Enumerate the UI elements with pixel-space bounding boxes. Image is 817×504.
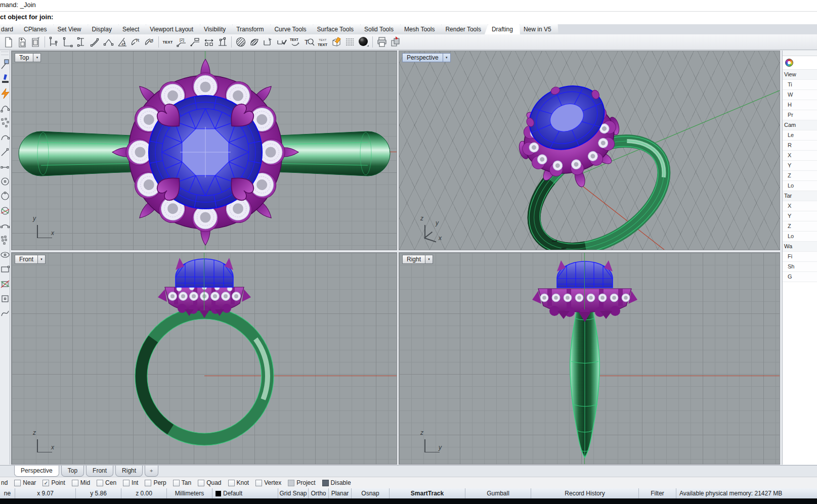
- render-button[interactable]: [357, 35, 370, 49]
- tab-visibility[interactable]: Visibility: [197, 24, 233, 34]
- tab-cplanes[interactable]: CPlanes: [17, 24, 54, 34]
- left-tool-circle-tangent-button[interactable]: [0, 203, 10, 218]
- checkbox[interactable]: [173, 480, 180, 486]
- osnap-cen[interactable]: Cen: [97, 479, 116, 486]
- tab-solid-tools[interactable]: Solid Tools: [357, 24, 401, 34]
- tab-select[interactable]: Select: [115, 24, 146, 34]
- left-tool-control-points-button[interactable]: [0, 115, 10, 130]
- command-area[interactable]: mand: _Join ct object for join:: [0, 0, 817, 24]
- left-tool-arc-button[interactable]: [0, 130, 10, 145]
- viewport-menu-arrow-icon[interactable]: ▼: [425, 255, 433, 264]
- viewport-title-label[interactable]: Top: [15, 53, 33, 62]
- prop-row-filename[interactable]: Fi: [783, 252, 817, 262]
- search-text-button[interactable]: T: [302, 35, 316, 49]
- new-file-button[interactable]: [2, 35, 15, 49]
- tab-standard[interactable]: dard: [0, 24, 20, 34]
- viewport-tab-perspective[interactable]: Perspective: [14, 466, 59, 477]
- prop-row-lens[interactable]: Le: [783, 130, 817, 141]
- osnap-disable[interactable]: Disable: [322, 479, 351, 486]
- left-tool-rectangle-button[interactable]: [0, 262, 10, 277]
- prop-section-viewport[interactable]: View: [783, 70, 817, 80]
- status-grid-snap-toggle[interactable]: Grid Snap: [278, 488, 309, 498]
- checkbox[interactable]: [97, 480, 103, 486]
- viewport-menu-arrow-icon[interactable]: ▼: [33, 53, 41, 62]
- status-units[interactable]: Millimeters: [167, 488, 212, 498]
- dimension-ordinate-button[interactable]: [216, 35, 229, 49]
- left-tool-circle2-button[interactable]: [0, 189, 10, 203]
- prop-row-cam-location[interactable]: Lo: [783, 181, 817, 191]
- prop-row-target-x[interactable]: X: [783, 201, 817, 211]
- viewport-title-label[interactable]: Front: [15, 255, 38, 264]
- status-ortho-toggle[interactable]: Ortho: [309, 488, 329, 498]
- osnap-point[interactable]: ✓Point: [42, 479, 65, 486]
- osnap-tan[interactable]: Tan: [173, 479, 191, 486]
- new-viewport-tab-button[interactable]: +: [145, 466, 158, 477]
- prop-row-gray[interactable]: G: [783, 272, 817, 282]
- page-layout-button[interactable]: [29, 35, 42, 49]
- dimension-check-button[interactable]: [275, 35, 288, 49]
- dimension-vertical-button[interactable]: [74, 35, 88, 49]
- prop-row-target-z[interactable]: Z: [783, 221, 817, 232]
- status-layer[interactable]: Default: [212, 488, 278, 498]
- viewport-title-label[interactable]: Right: [402, 255, 425, 264]
- dimension-radius-button[interactable]: R: [129, 35, 143, 49]
- viewport-menu-arrow-icon[interactable]: ▼: [37, 255, 46, 264]
- viewport-tab-right[interactable]: Right: [115, 466, 143, 477]
- osnap-mid[interactable]: Mid: [72, 479, 90, 486]
- tab-viewport-layout[interactable]: Viewport Layout: [143, 24, 200, 34]
- tab-render-tools[interactable]: Render Tools: [438, 24, 488, 34]
- status-record-history-toggle[interactable]: Record History: [531, 488, 639, 498]
- annotate-text-button[interactable]: TEXT: [288, 35, 302, 49]
- tab-transform[interactable]: Transform: [229, 24, 271, 34]
- dimension-diameter-button[interactable]: Ø: [143, 35, 156, 49]
- viewport-title-label[interactable]: Perspective: [402, 53, 443, 62]
- prop-row-show[interactable]: Sh: [783, 262, 817, 272]
- left-tool-polyline-button[interactable]: [0, 159, 10, 174]
- checkbox-checked[interactable]: ✓: [42, 480, 49, 486]
- left-tool-line-button[interactable]: [0, 145, 10, 159]
- left-tool-ellipse-button[interactable]: [0, 247, 10, 262]
- tab-new-in-v5[interactable]: New in V5: [517, 24, 558, 34]
- status-planar-toggle[interactable]: Planar: [329, 488, 352, 498]
- tab-display[interactable]: Display: [85, 24, 119, 34]
- prop-section-target[interactable]: Tar: [783, 191, 817, 201]
- prop-row-title[interactable]: Ti: [783, 80, 817, 90]
- prop-row-cam-z[interactable]: Z: [783, 171, 817, 181]
- prop-row-target-y[interactable]: Y: [783, 211, 817, 221]
- new-page-button[interactable]: [15, 35, 29, 49]
- dimension-button[interactable]: [47, 35, 61, 49]
- hatch-button[interactable]: [234, 35, 247, 49]
- tab-curve-tools[interactable]: Curve Tools: [267, 24, 313, 34]
- tab-drafting[interactable]: Drafting: [485, 24, 520, 34]
- prop-row-projection[interactable]: Pr: [783, 110, 817, 120]
- checkbox[interactable]: [255, 480, 262, 486]
- prop-row-height[interactable]: H: [783, 100, 817, 110]
- osnap-quad[interactable]: Quad: [198, 479, 221, 486]
- checkbox[interactable]: [145, 480, 151, 486]
- dimension-horizontal-button[interactable]: [202, 35, 216, 49]
- copy-to-clipboard-button[interactable]: [389, 35, 402, 49]
- left-tool-curve-button[interactable]: [0, 101, 10, 115]
- osnap-perp[interactable]: Perp: [145, 479, 166, 486]
- left-tool-explode-button[interactable]: [0, 86, 10, 101]
- checkbox[interactable]: [123, 480, 130, 486]
- checkbox[interactable]: [72, 480, 78, 486]
- checkbox[interactable]: [228, 480, 235, 486]
- checkbox[interactable]: [14, 480, 21, 486]
- text-styles-button[interactable]: TEXTTEXT: [316, 35, 329, 49]
- status-smarttrack-toggle[interactable]: SmartTrack: [390, 488, 465, 498]
- prop-row-cam-x[interactable]: X: [783, 151, 817, 161]
- viewport-front[interactable]: Front ▼ z x: [11, 252, 397, 465]
- properties-header[interactable]: [783, 56, 817, 70]
- text-button[interactable]: TEXT: [161, 35, 175, 49]
- viewport-title-perspective[interactable]: Perspective ▼: [402, 53, 451, 62]
- left-tool-circle-button[interactable]: [0, 174, 10, 189]
- checkbox[interactable]: [198, 480, 204, 486]
- print-button[interactable]: [375, 35, 389, 49]
- osnap-knot[interactable]: Knot: [228, 479, 249, 486]
- prop-section-camera[interactable]: Cam: [783, 120, 817, 130]
- hatch-region-button[interactable]: [247, 35, 261, 49]
- prop-row-target-location[interactable]: Lo: [783, 232, 817, 242]
- left-tool-rotate-button[interactable]: [0, 277, 10, 291]
- checkbox-filled[interactable]: [288, 480, 294, 486]
